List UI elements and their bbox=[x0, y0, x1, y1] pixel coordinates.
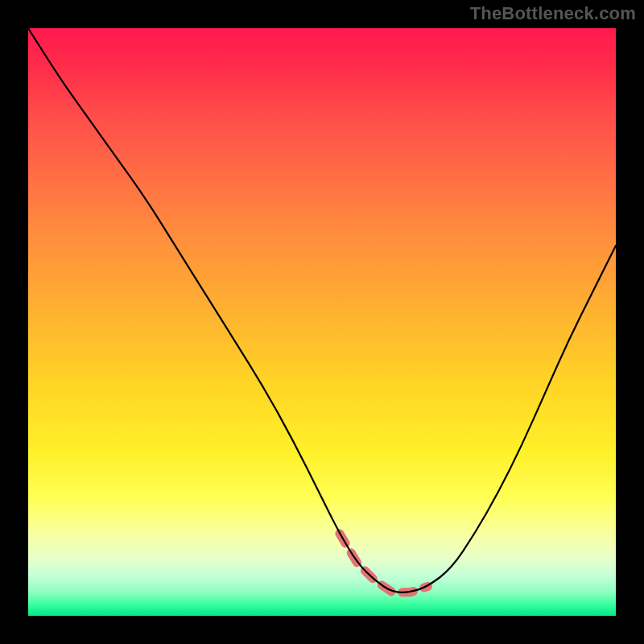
plot-area bbox=[28, 28, 616, 616]
curve-svg bbox=[28, 28, 616, 616]
optimal-range-highlight bbox=[340, 534, 428, 592]
bottleneck-curve bbox=[28, 28, 616, 592]
watermark-text: TheBottleneck.com bbox=[470, 3, 636, 24]
chart-container: TheBottleneck.com bbox=[0, 0, 644, 644]
